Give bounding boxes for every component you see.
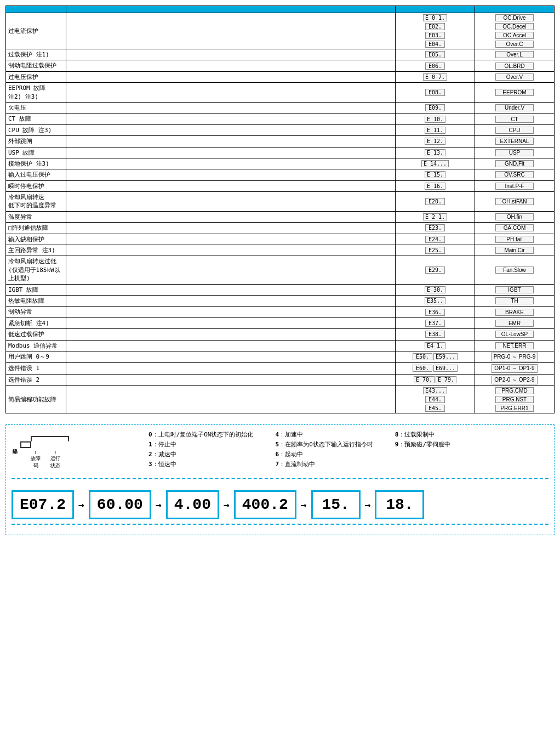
legend-column: 4：加速中5：在频率为0状态下输入运行指令时6：起动中7：直流制动中 [276, 430, 373, 468]
legend-item: 3：恒速中 [148, 460, 254, 468]
display-value-box: E07.2 [12, 490, 74, 519]
bracket-right [58, 436, 69, 441]
row-code: E09. [396, 102, 475, 113]
row-remote: CT [475, 114, 555, 124]
row-code: E 70.E 79. [396, 374, 475, 385]
display-row: E07.2→60.00→4.00→400.2→15.→18. [12, 490, 548, 519]
table-row: 外部跳闸E 12.EXTERNAL [6, 136, 555, 147]
table-row: 制动异常E36.BRAKE [6, 307, 555, 317]
table-row: 输入过电压保护E 15.OV.SRC [6, 169, 555, 180]
table-row: 主回路异常 注3)E25.Main.Cir [6, 245, 555, 256]
row-remote: CPU [475, 124, 555, 135]
row-name: 外部跳闸 [6, 136, 66, 147]
table-row: 选件错误 1E60.E69...OP1-0 ～ OP1-9 [6, 362, 555, 374]
row-code: E43...E44.E45. [396, 385, 475, 413]
row-name: CT 故障 [6, 114, 66, 124]
row-code: E 30. [396, 284, 475, 295]
row-name: 选件错误 2 [6, 374, 66, 385]
row-content [66, 245, 396, 256]
header-content [66, 6, 396, 13]
row-remote: OP2-0 ～ OP2-9 [475, 374, 555, 385]
table-row: CPU 故障 注3)E 11.CPU [6, 124, 555, 135]
row-name: 选件错误 1 [6, 362, 66, 374]
legend-column: 8：过载限制中9：预励磁/零伺服中 [395, 430, 450, 468]
diagram-container: 故障码 ↑故障码 ↑运行状态 [12, 436, 72, 469]
row-remote: OH.fin [475, 211, 555, 222]
row-name: □阵列通信故障 [6, 223, 66, 234]
row-content [66, 223, 396, 234]
row-name: EEPROM 故障 注2) 注3) [6, 83, 66, 103]
row-content [66, 374, 396, 385]
row-code: E23. [396, 223, 475, 234]
table-row: 用户跳闸 0～9E50.E59...PRG-0 ～ PRG-9 [6, 351, 555, 362]
row-remote: OC.DriveOC.DecelOC.AccelOver.C [475, 13, 555, 49]
legend-item: 8：过载限制中 [395, 430, 450, 439]
row-name: 热敏电阻故障 [6, 295, 66, 306]
row-content [66, 169, 396, 180]
row-name: 过电流保护 [6, 13, 66, 49]
legend-item: 0：上电时/复位端子ON状态下的初始化 [148, 430, 254, 439]
row-content [66, 192, 396, 212]
table-row: 冷却风扇转速 低下时的温度异常E20.OH.stFAN [6, 192, 555, 212]
row-content [66, 307, 396, 317]
row-code: E20. [396, 192, 475, 212]
row-remote: Under.V [475, 102, 555, 113]
table-row: CT 故障E 10.CT [6, 114, 555, 124]
row-content [66, 60, 396, 71]
row-content [66, 329, 396, 340]
fault-table: 过电流保护E 0 1.E02.E03.E04.OC.DriveOC.DecelO… [5, 5, 555, 413]
table-row: 简易编程功能故障E43...E44.E45.PRG.CMDPRG.NSTPRG.… [6, 385, 555, 413]
table-row: 选件错误 2E 70.E 79.OP2-0 ～ OP2-9 [6, 374, 555, 385]
row-name: 紧急切断 注4) [6, 317, 66, 328]
row-remote: Over.V [475, 71, 555, 82]
row-content [66, 136, 396, 147]
row-content [66, 295, 396, 306]
dashed-bottom [12, 524, 548, 525]
row-content [66, 158, 396, 169]
table-row: USP 故障E 13.USP [6, 147, 555, 158]
row-content [66, 147, 396, 158]
display-arrow: → [365, 499, 371, 511]
diagram-area: 故障码 ↑故障码 ↑运行状态 0：上电时/复位端子ON状态下的初始化1：停止中2… [12, 430, 548, 474]
row-content [66, 211, 396, 222]
bracket-left [31, 436, 42, 441]
row-name: IGBT 故障 [6, 284, 66, 295]
row-code: E35.. [396, 295, 475, 306]
row-code: E 14... [396, 158, 475, 169]
row-remote: Fan.Slow [475, 256, 555, 284]
row-content [66, 102, 396, 113]
row-content [66, 124, 396, 135]
row-name: 接地保护 注3) [6, 158, 66, 169]
row-name: 制动电阻过载保护 [6, 60, 66, 71]
row-code: E37. [396, 317, 475, 328]
legend-section: 0：上电时/复位端子ON状态下的初始化1：停止中2：减速中3：恒速中4：加速中5… [148, 430, 548, 468]
row-code: E60.E69... [396, 362, 475, 374]
table-row: 制动电阻过载保护E06.OL.BRD [6, 60, 555, 71]
row-remote: BRAKE [475, 307, 555, 317]
row-name: 冷却风扇转速过低 (仅适用于185kW以上机型) [6, 256, 66, 284]
row-remote: Over.L [475, 49, 555, 60]
row-remote: OH.stFAN [475, 192, 555, 212]
row-content [66, 180, 396, 191]
row-content [66, 385, 396, 413]
row-code: E 0 1.E02.E03.E04. [396, 13, 475, 49]
display-value-box: 400.2 [234, 490, 296, 519]
table-row: 瞬时停电保护E 16.Inst.P-F [6, 180, 555, 191]
row-code: E 12. [396, 136, 475, 147]
row-code: E 11. [396, 124, 475, 135]
row-content [66, 83, 396, 103]
digit-label-1: ↑故障码 [31, 450, 41, 469]
row-code: E36. [396, 307, 475, 317]
display-value-box: 15. [311, 490, 361, 519]
row-code: E24. [396, 234, 475, 245]
row-name: Modbus 通信异常 [6, 340, 66, 351]
page-wrapper: 过电流保护E 0 1.E02.E03.E04.OC.DriveOC.DecelO… [0, 0, 560, 541]
header-remote [475, 6, 555, 13]
row-code: E08. [396, 83, 475, 103]
row-name: 冷却风扇转速 低下时的温度异常 [6, 192, 66, 212]
table-row: Modbus 通信异常E4 1.NET.ERR [6, 340, 555, 351]
row-remote: OV.SRC [475, 169, 555, 180]
row-remote: GND.Flt [475, 158, 555, 169]
table-row: 低速过载保护E38.OL-LowSP [6, 329, 555, 340]
row-content [66, 284, 396, 295]
